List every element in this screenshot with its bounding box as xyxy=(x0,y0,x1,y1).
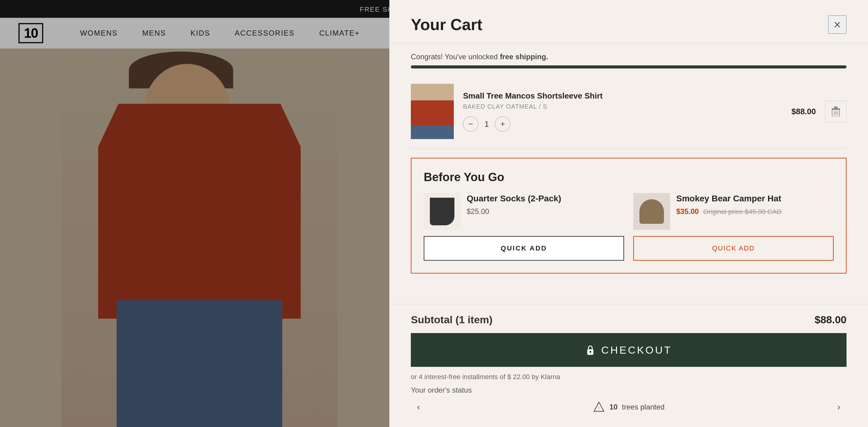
triangle-icon: ! xyxy=(593,401,605,413)
checkout-label: CHECKOUT xyxy=(601,344,672,356)
hat-figure xyxy=(640,199,664,224)
prev-button[interactable]: ‹ xyxy=(411,399,426,415)
cart-panel: Your Cart × Congrats! You've unlocked fr… xyxy=(390,0,868,427)
free-shipping-text: Congrats! You've unlocked free shipping. xyxy=(411,53,846,61)
progress-bar-track xyxy=(411,65,846,68)
upsell-hat-sale-price: $35.00 xyxy=(676,207,699,215)
upsell-hat-info: Smokey Bear Camper Hat $35.00 Original p… xyxy=(676,193,834,230)
upsell-socks-info: Quarter Socks (2-Pack) $25.00 xyxy=(467,193,624,230)
before-you-go-title: Before You Go xyxy=(424,171,834,184)
before-you-go-section: Before You Go Quarter Socks (2-Pack) $25… xyxy=(411,158,846,274)
upsell-hat-image xyxy=(633,193,670,230)
order-status-title: Your order's status xyxy=(411,386,846,394)
trees-count: 10 xyxy=(609,403,618,411)
close-cart-button[interactable]: × xyxy=(828,16,846,34)
cart-title: Your Cart xyxy=(411,16,482,34)
quick-add-hat-button[interactable]: QUICK ADD xyxy=(633,236,834,261)
cart-item-variant: BAKED CLAY OATMEAL / S xyxy=(463,103,782,110)
upsell-socks-image xyxy=(424,193,461,230)
decrease-qty-button[interactable]: − xyxy=(463,116,478,132)
quantity-display: 1 xyxy=(485,119,489,129)
upsell-item-socks: Quarter Socks (2-Pack) $25.00 QUICK ADD xyxy=(424,193,624,261)
progress-bar-fill xyxy=(411,65,846,68)
upsell-item-top-socks: Quarter Socks (2-Pack) $25.00 xyxy=(424,193,624,230)
subtotal-label: Subtotal (1 item) xyxy=(411,314,492,326)
checkout-button[interactable]: CHECKOUT xyxy=(411,333,846,367)
cart-header: Your Cart × xyxy=(390,0,868,43)
cart-footer: Subtotal (1 item) $88.00 CHECKOUT or 4 i… xyxy=(390,304,868,427)
upsell-item-hat: Smokey Bear Camper Hat $35.00 Original p… xyxy=(633,193,834,261)
cart-item-info: Small Tree Mancos Shortsleeve Shirt BAKE… xyxy=(463,91,782,132)
upsell-socks-name: Quarter Socks (2-Pack) xyxy=(467,193,624,204)
trash-icon xyxy=(832,106,840,116)
svg-point-7 xyxy=(589,351,591,353)
cart-item: Small Tree Mancos Shortsleeve Shirt BAKE… xyxy=(411,74,846,149)
cart-item-price: $88.00 xyxy=(791,107,816,116)
trees-label: trees planted xyxy=(622,403,664,411)
subtotal-row: Subtotal (1 item) $88.00 xyxy=(411,314,846,326)
quantity-row: − 1 + xyxy=(463,116,782,132)
upsell-hat-original-price: Original price $45.00 CAD xyxy=(703,208,782,215)
upsell-hat-name: Smokey Bear Camper Hat xyxy=(676,193,834,204)
cart-body: Congrats! You've unlocked free shipping.… xyxy=(390,43,868,304)
upsell-item-top-hat: Smokey Bear Camper Hat $35.00 Original p… xyxy=(633,193,834,230)
trees-row: ‹ ! 10 trees planted › xyxy=(411,399,846,415)
delete-item-button[interactable] xyxy=(825,101,846,122)
free-shipping-bar: Congrats! You've unlocked free shipping. xyxy=(411,43,846,74)
upsell-socks-price: $25.00 xyxy=(467,207,624,216)
increase-qty-button[interactable]: + xyxy=(495,116,510,132)
klarna-text: or 4 interest-free installments of $ 22.… xyxy=(411,373,846,381)
lock-icon xyxy=(585,344,595,356)
quick-add-socks-button[interactable]: QUICK ADD xyxy=(424,236,624,261)
subtotal-value: $88.00 xyxy=(815,314,846,326)
next-button[interactable]: › xyxy=(831,399,846,415)
cart-item-figure xyxy=(411,84,454,139)
svg-rect-1 xyxy=(834,106,838,109)
trees-badge: ! 10 trees planted xyxy=(593,401,664,413)
upsell-grid: Quarter Socks (2-Pack) $25.00 QUICK ADD … xyxy=(424,193,834,261)
cart-item-image xyxy=(411,84,454,139)
cart-item-name: Small Tree Mancos Shortsleeve Shirt xyxy=(463,91,782,101)
upsell-hat-pricing: $35.00 Original price $45.00 CAD xyxy=(676,207,834,216)
svg-text:!: ! xyxy=(599,407,599,410)
socks-shape xyxy=(430,198,455,225)
